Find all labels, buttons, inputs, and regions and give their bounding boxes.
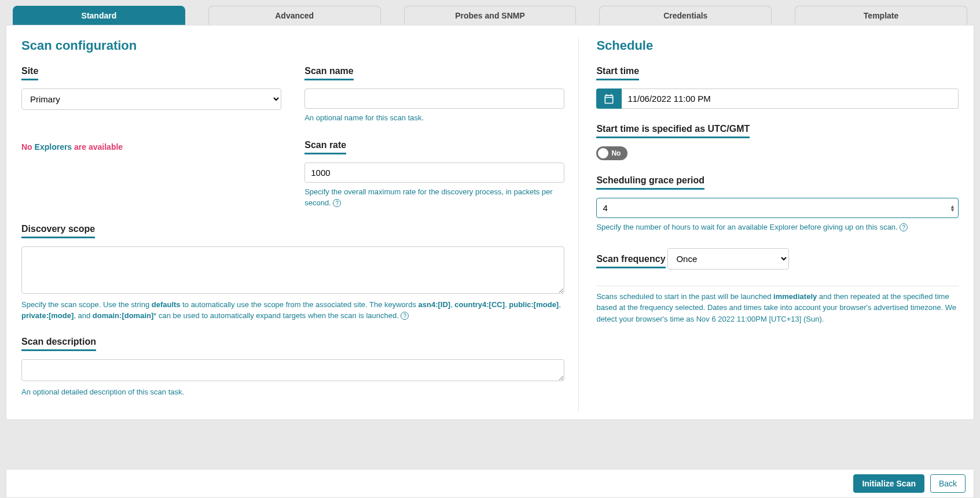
scan-frequency-select[interactable]: Once	[667, 248, 789, 270]
tab-advanced[interactable]: Advanced	[208, 6, 381, 25]
discovery-scope-help: Specify the scan scope. Use the string d…	[21, 299, 564, 322]
scan-name-help: An optional name for this scan task.	[304, 112, 564, 124]
schedule-heading: Schedule	[596, 38, 959, 53]
tab-template[interactable]: Template	[795, 6, 967, 25]
grace-period-help: Specify the number of hours to wait for …	[596, 222, 959, 233]
scan-frequency-help: Scans scheduled to start in the past wil…	[596, 291, 959, 325]
discovery-scope-label: Discovery scope	[21, 224, 95, 238]
scan-name-label: Scan name	[304, 66, 353, 80]
toggle-text: No	[611, 149, 621, 157]
site-field: Site Primary No Explorers are available	[21, 66, 281, 209]
help-icon[interactable]: ?	[401, 312, 409, 320]
scan-description-label: Scan description	[21, 337, 96, 351]
scan-rate-input[interactable]	[304, 163, 564, 183]
help-icon[interactable]: ?	[900, 223, 908, 231]
scan-config-column: Scan configuration Site Primary No Explo…	[21, 38, 579, 412]
grace-period-field: Scheduling grace period ▲ ▼ Specify the …	[596, 175, 959, 233]
discovery-scope-field: Discovery scope Specify the scan scope. …	[21, 224, 564, 322]
tab-credentials[interactable]: Credentials	[599, 6, 772, 25]
scan-description-field: Scan description An optional detailed de…	[21, 337, 564, 398]
utc-toggle[interactable]: No	[596, 146, 627, 160]
grace-period-input[interactable]	[596, 198, 959, 218]
tab-standard[interactable]: Standard	[13, 6, 185, 25]
panel-standard: Scan configuration Site Primary No Explo…	[6, 25, 974, 420]
calendar-button[interactable]	[596, 88, 622, 109]
start-time-label: Start time	[596, 66, 639, 80]
tab-bar: Standard Advanced Probes and SNMP Creden…	[6, 6, 974, 25]
scan-rate-label: Scan rate	[304, 140, 346, 154]
explorers-warning: No Explorers are available	[21, 142, 281, 152]
scan-name-field: Scan name An optional name for this scan…	[304, 66, 564, 209]
utc-label: Start time is specified as UTC/GMT	[596, 124, 750, 138]
utc-field: Start time is specified as UTC/GMT No	[596, 124, 959, 160]
explorers-link[interactable]: Explorers	[35, 142, 72, 152]
calendar-icon	[603, 93, 615, 105]
scan-description-input[interactable]	[21, 359, 564, 381]
tab-probes-snmp[interactable]: Probes and SNMP	[404, 6, 577, 25]
scan-name-input[interactable]	[304, 88, 564, 109]
scan-frequency-field: Scan frequency Once Scans scheduled to s…	[596, 248, 959, 325]
start-time-field: Start time	[596, 66, 959, 109]
grace-period-label: Scheduling grace period	[596, 175, 704, 190]
site-select[interactable]: Primary	[21, 88, 281, 110]
scan-description-help: An optional detailed description of this…	[21, 386, 564, 398]
site-label: Site	[21, 66, 38, 80]
start-time-input[interactable]	[622, 88, 959, 109]
discovery-scope-input[interactable]	[21, 246, 564, 294]
schedule-column: Schedule Start time Start time is specif…	[596, 38, 959, 412]
scan-rate-help: Specify the overall maximum rate for the…	[304, 186, 564, 209]
toggle-knob	[598, 148, 608, 158]
grace-period-stepper[interactable]: ▲ ▼	[950, 205, 955, 212]
scan-frequency-label: Scan frequency	[596, 254, 665, 268]
chevron-down-icon: ▼	[950, 208, 955, 212]
help-icon[interactable]: ?	[333, 199, 341, 207]
scan-config-heading: Scan configuration	[21, 38, 564, 53]
